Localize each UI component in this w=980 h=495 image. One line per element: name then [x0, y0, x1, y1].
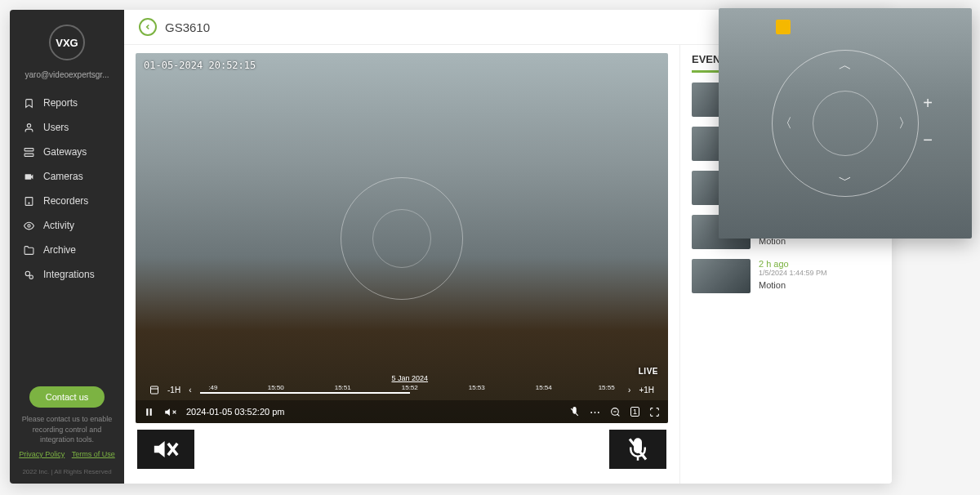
timeline-tick: 15:51 — [335, 384, 351, 391]
recorder-icon — [23, 195, 34, 207]
ptz-left-button[interactable]: 〈 — [779, 115, 792, 132]
logo: VXG — [10, 10, 124, 67]
event-time-ago: 2 h ago — [759, 259, 885, 269]
svg-rect-3 — [25, 197, 33, 205]
terms-link[interactable]: Terms of Use — [72, 450, 115, 458]
sidebar-item-label: Reports — [43, 97, 78, 109]
eye-icon — [23, 220, 34, 231]
svg-rect-13 — [146, 408, 148, 416]
brand-logo: VXG — [49, 25, 85, 60]
ptz-up-button[interactable]: ︿ — [839, 57, 852, 74]
floating-ptz-preview[interactable]: ︿ ﹀ 〈 〉 + − — [719, 8, 972, 239]
timeline-tick: 15:54 — [536, 384, 552, 391]
svg-marker-22 — [154, 441, 165, 457]
timeline-track[interactable]: 5 Jan 2024 :49 15:50 15:51 15:52 15:53 1… — [200, 384, 619, 395]
svg-line-20 — [617, 414, 619, 416]
timeline: -1H ‹ 5 Jan 2024 :49 15:50 15:51 15:52 1… — [136, 379, 668, 400]
video-timestamp-overlay: 01-05-2024 20:52:15 — [144, 60, 256, 71]
preview-badge-icon — [776, 20, 791, 34]
svg-rect-1 — [24, 148, 33, 150]
timeline-prev[interactable]: ‹ — [185, 386, 195, 395]
video-area: 01-05-2024 20:52:15 LIVE -1H ‹ 5 Jan 202… — [124, 45, 679, 484]
timeline-tick: 15:55 — [599, 384, 615, 391]
event-item[interactable]: 2 h ago 1/5/2024 1:44:59 PM Motion — [692, 259, 885, 293]
ptz-down-button[interactable]: ﹀ — [839, 172, 852, 190]
footer-text: Please contact us to enable recording co… — [10, 414, 124, 445]
sidebar-item-label: Users — [43, 122, 69, 133]
page-title: GS3610 — [165, 20, 210, 34]
sidebar-item-users[interactable]: Users — [10, 115, 124, 140]
back-button[interactable] — [139, 18, 157, 36]
calendar-button[interactable] — [145, 385, 163, 395]
sidebar-item-integrations[interactable]: Integrations — [10, 262, 124, 287]
folder-icon — [23, 244, 34, 256]
pause-button[interactable] — [144, 407, 154, 417]
live-badge: LIVE — [639, 367, 658, 376]
gear-icon — [23, 269, 34, 280]
timeline-tick: :49 — [208, 384, 217, 391]
footer-links: Privacy Policy Terms of Use — [10, 445, 124, 463]
event-thumbnail — [692, 259, 751, 293]
timeline-tick: 15:53 — [469, 384, 485, 391]
ptz-right-button[interactable]: 〉 — [898, 115, 911, 132]
event-type: Motion — [759, 280, 885, 290]
contact-button[interactable]: Contact us — [29, 386, 105, 408]
svg-point-7 — [29, 275, 33, 279]
sidebar-item-archive[interactable]: Archive — [10, 238, 124, 262]
ptz-ring: ︿ ﹀ 〈 〉 + − — [772, 50, 919, 197]
sidebar-item-cameras[interactable]: Cameras — [10, 164, 124, 189]
copyright: 2022 Inc. | All Rights Reserved — [10, 463, 124, 484]
video-controls: 2024-01-05 03:52:20 pm ⋯ 1 — [136, 400, 668, 423]
speaker-mute-thumb[interactable] — [137, 430, 194, 469]
bookmark-icon — [23, 97, 34, 109]
speed-button[interactable]: 1 — [630, 407, 639, 417]
sidebar-item-label: Activity — [43, 220, 74, 231]
timeline-fwd-1h[interactable]: +1H — [635, 386, 658, 395]
timeline-progress — [200, 392, 409, 394]
timeline-tick: 15:50 — [268, 384, 284, 391]
sidebar-item-recorders[interactable]: Recorders — [10, 189, 124, 213]
sidebar-item-label: Recorders — [43, 195, 88, 207]
user-icon — [23, 122, 34, 133]
sidebar-item-label: Archive — [43, 244, 76, 256]
timeline-back-1h[interactable]: -1H — [163, 386, 185, 395]
mic-mute-button[interactable] — [569, 407, 580, 417]
svg-marker-15 — [165, 408, 170, 416]
timeline-tick: 15:52 — [402, 384, 418, 391]
video-player[interactable]: 01-05-2024 20:52:15 LIVE -1H ‹ 5 Jan 202… — [136, 53, 668, 423]
sidebar-item-activity[interactable]: Activity — [10, 213, 124, 238]
ptz-zoom-in-button[interactable]: + — [923, 94, 933, 113]
current-time: 2024-01-05 03:52:20 pm — [186, 407, 284, 417]
privacy-link[interactable]: Privacy Policy — [19, 450, 65, 458]
sidebar: VXG yaro@videoexpertsgr... Reports Users… — [10, 10, 124, 484]
mute-button[interactable] — [164, 406, 176, 418]
sidebar-item-reports[interactable]: Reports — [10, 91, 124, 115]
fullscreen-button[interactable] — [649, 407, 660, 417]
ptz-ring-inner — [813, 91, 878, 156]
user-email: yaro@videoexpertsgr... — [10, 67, 124, 91]
svg-point-4 — [28, 203, 29, 203]
more-button[interactable]: ⋯ — [590, 406, 600, 418]
sidebar-item-label: Integrations — [43, 269, 95, 280]
svg-point-5 — [27, 224, 29, 226]
below-video-thumbs — [136, 423, 668, 475]
svg-rect-2 — [24, 154, 33, 156]
sidebar-item-label: Gateways — [43, 146, 87, 158]
camera-icon — [23, 171, 34, 182]
svg-point-0 — [27, 123, 30, 127]
event-timestamp: 1/5/2024 1:44:59 PM — [759, 269, 885, 277]
sidebar-nav: Reports Users Gateways Cameras Recorders… — [10, 91, 124, 377]
ptz-zoom-out-button[interactable]: − — [923, 131, 933, 149]
timeline-next[interactable]: › — [624, 386, 635, 395]
zoom-out-button[interactable] — [610, 407, 621, 417]
server-icon — [23, 146, 34, 158]
mic-mute-thumb[interactable] — [609, 430, 666, 469]
sidebar-item-gateways[interactable]: Gateways — [10, 140, 124, 164]
svg-rect-14 — [150, 408, 152, 416]
topbar-left: GS3610 — [139, 18, 210, 36]
timeline-date: 5 Jan 2024 — [391, 374, 428, 382]
svg-point-6 — [25, 271, 29, 275]
ptz-control-overlay[interactable] — [341, 177, 463, 300]
svg-rect-11 — [151, 386, 158, 394]
sidebar-item-label: Cameras — [43, 171, 83, 182]
